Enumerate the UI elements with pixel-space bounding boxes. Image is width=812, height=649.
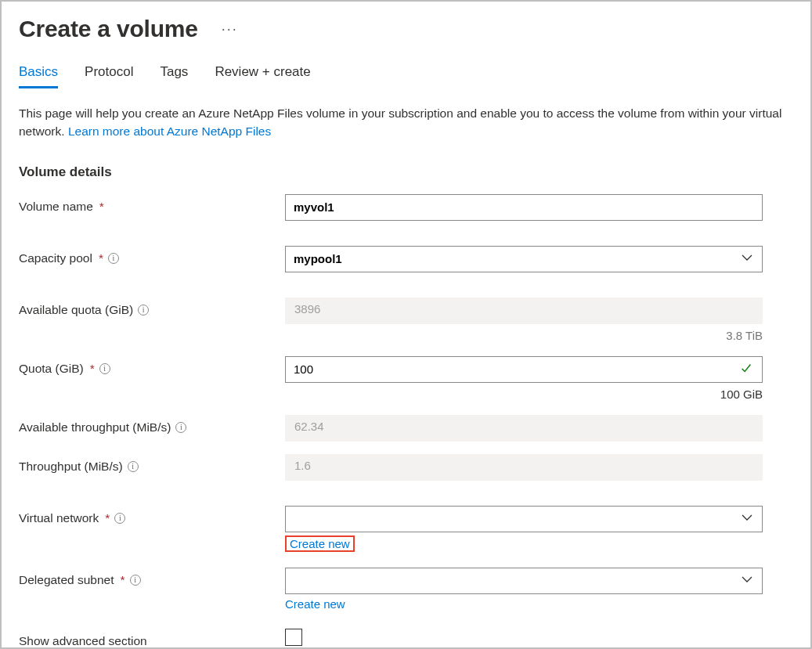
capacity-pool-select[interactable] — [285, 246, 763, 272]
label-available-quota: Available quota (GiB) — [19, 303, 133, 317]
info-icon[interactable]: i — [175, 422, 186, 433]
create-new-vnet-link[interactable]: Create new — [285, 535, 355, 552]
info-icon[interactable]: i — [130, 575, 141, 586]
required-icon: * — [105, 511, 110, 525]
delegated-subnet-select[interactable] — [285, 568, 763, 594]
required-icon: * — [99, 200, 104, 214]
available-quota-hint: 3.8 TiB — [285, 329, 763, 342]
label-delegated-subnet: Delegated subnet — [19, 573, 114, 587]
info-icon[interactable]: i — [108, 253, 119, 264]
info-icon[interactable]: i — [128, 461, 139, 472]
quota-input[interactable] — [285, 356, 763, 383]
label-virtual-network: Virtual network — [19, 511, 99, 525]
virtual-network-select[interactable] — [285, 506, 763, 532]
available-throughput-value: 62.34 — [285, 415, 763, 442]
available-quota-value: 3896 — [285, 297, 763, 324]
label-throughput: Throughput (MiB/s) — [19, 460, 123, 474]
tab-bar: Basics Protocol Tags Review + create — [19, 64, 793, 88]
required-icon: * — [90, 362, 95, 376]
throughput-value: 1.6 — [285, 454, 763, 481]
info-icon[interactable]: i — [138, 305, 149, 315]
volume-name-input[interactable] — [285, 194, 763, 221]
tab-review-create[interactable]: Review + create — [215, 64, 310, 88]
label-available-throughput: Available throughput (MiB/s) — [19, 420, 171, 434]
label-volume-name: Volume name — [19, 200, 93, 214]
create-new-subnet-link[interactable]: Create new — [285, 597, 345, 611]
section-volume-details: Volume details — [19, 164, 793, 180]
label-quota: Quota (GiB) — [19, 362, 84, 376]
required-icon: * — [121, 573, 125, 587]
info-icon[interactable]: i — [114, 513, 125, 524]
more-actions-icon[interactable]: ··· — [222, 21, 238, 38]
quota-hint: 100 GiB — [285, 388, 763, 401]
tab-protocol[interactable]: Protocol — [85, 64, 133, 88]
page-title: Create a volume — [19, 16, 198, 42]
required-icon: * — [99, 251, 103, 265]
info-icon[interactable]: i — [99, 363, 110, 374]
label-show-advanced: Show advanced section — [19, 634, 147, 648]
tab-tags[interactable]: Tags — [160, 64, 188, 88]
tab-basics[interactable]: Basics — [19, 64, 58, 88]
show-advanced-checkbox[interactable] — [285, 629, 302, 646]
intro-text: This page will help you create an Azure … — [19, 104, 793, 141]
learn-more-link[interactable]: Learn more about Azure NetApp Files — [68, 124, 271, 138]
label-capacity-pool: Capacity pool — [19, 251, 92, 265]
